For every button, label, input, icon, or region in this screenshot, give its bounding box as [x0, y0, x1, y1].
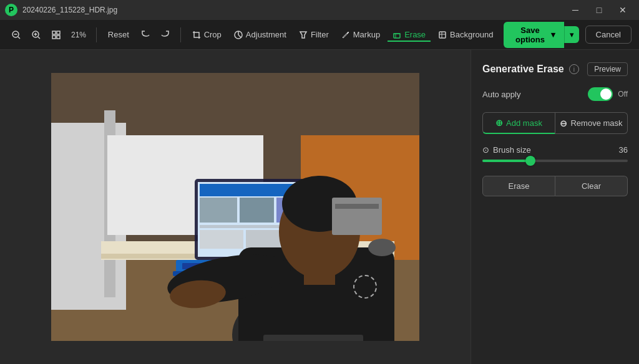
preview-button[interactable]: Preview — [587, 62, 628, 76]
brush-cursor — [353, 275, 377, 299]
main-content: Generative Erase i Preview Auto apply Of… — [0, 50, 639, 364]
titlebar: P 20240226_115228_HDR.jpg ─ □ ✕ — [0, 0, 639, 20]
svg-rect-35 — [246, 230, 280, 249]
svg-rect-10 — [57, 36, 60, 39]
adjustment-button[interactable]: Adjustment — [229, 27, 291, 42]
brush-slider-container — [482, 160, 628, 162]
app-icon: P — [5, 4, 17, 16]
crop-button[interactable]: Crop — [187, 27, 227, 42]
auto-apply-label: Auto apply — [482, 90, 520, 99]
canvas-area[interactable] — [0, 50, 471, 364]
titlebar-controls: ─ □ ✕ — [564, 1, 634, 19]
titlebar-left: P 20240226_115228_HDR.jpg — [5, 4, 117, 16]
save-options-button[interactable]: Save options ▾ — [504, 22, 564, 48]
add-mask-button[interactable]: ⊕ Add mask — [482, 112, 555, 134]
svg-rect-7 — [52, 31, 56, 34]
markup-button[interactable]: Markup — [336, 27, 385, 42]
brush-size-section: ⊙ Brush size 36 — [482, 145, 628, 162]
erase-button[interactable]: Erase — [388, 27, 431, 42]
background-button[interactable]: Background — [433, 27, 498, 42]
reset-button[interactable]: Reset — [103, 27, 134, 42]
redo-button[interactable] — [157, 27, 174, 42]
close-button[interactable]: ✕ — [612, 1, 634, 19]
panel-header: Generative Erase i Preview — [482, 62, 628, 76]
svg-rect-51 — [335, 204, 379, 209]
cancel-button[interactable]: Cancel — [585, 26, 632, 44]
save-options-dropdown-button[interactable]: ▾ — [564, 26, 579, 43]
svg-rect-44 — [304, 266, 335, 285]
save-area: Save options ▾ ▾ — [504, 22, 579, 48]
action-buttons: Erase Clear — [482, 176, 628, 196]
right-panel: Generative Erase i Preview Auto apply Of… — [471, 50, 639, 364]
brush-size-row: ⊙ Brush size 36 — [482, 145, 628, 155]
toggle-container: Off — [588, 87, 628, 101]
toggle-state-label: Off — [618, 90, 628, 98]
toggle-knob — [600, 89, 612, 100]
maximize-button[interactable]: □ — [588, 1, 610, 19]
remove-mask-button[interactable]: ⊖ Remove mask — [555, 112, 628, 134]
auto-apply-row: Auto apply Off — [482, 87, 628, 101]
zoom-in-button[interactable] — [27, 27, 45, 42]
fit-view-button[interactable] — [47, 27, 65, 42]
mask-buttons: ⊕ Add mask ⊖ Remove mask — [482, 112, 628, 134]
svg-rect-13 — [394, 34, 400, 38]
svg-rect-50 — [332, 198, 382, 235]
clear-button[interactable]: Clear — [555, 176, 628, 196]
brush-size-value: 36 — [619, 145, 628, 155]
svg-line-1 — [18, 37, 20, 39]
panel-title: Generative Erase — [482, 64, 564, 75]
svg-rect-9 — [52, 36, 56, 39]
photo-image — [51, 73, 419, 341]
svg-line-4 — [38, 37, 40, 39]
undo-button[interactable] — [137, 27, 154, 42]
svg-rect-34 — [200, 230, 243, 249]
svg-rect-30 — [200, 198, 237, 223]
zoom-level: 21% — [67, 31, 90, 39]
svg-rect-8 — [57, 31, 60, 34]
minimize-button[interactable]: ─ — [564, 1, 587, 19]
svg-marker-12 — [300, 32, 306, 38]
toolbar-divider-2 — [180, 27, 181, 42]
zoom-out-button[interactable] — [7, 27, 25, 42]
window-title: 20240226_115228_HDR.jpg — [22, 6, 117, 14]
auto-apply-toggle[interactable] — [588, 87, 613, 101]
svg-rect-31 — [240, 198, 274, 223]
filter-button[interactable]: Filter — [294, 27, 334, 42]
svg-rect-16 — [439, 32, 446, 38]
svg-rect-47 — [263, 335, 363, 341]
info-icon[interactable]: i — [569, 64, 579, 74]
svg-point-49 — [368, 239, 396, 256]
brush-size-label: ⊙ Brush size — [482, 145, 531, 155]
toolbar-divider-1 — [96, 27, 97, 42]
toolbar: 21% Reset Crop Adjustment Filter Markup … — [0, 20, 639, 50]
photo-container — [51, 73, 419, 341]
erase-action-button[interactable]: Erase — [482, 176, 555, 196]
